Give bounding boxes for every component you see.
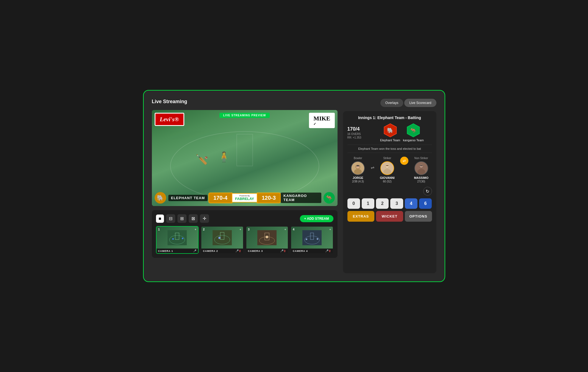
elephant-icon: 🐘 bbox=[155, 192, 166, 204]
kangaroo-team-logo: 🦘 kangaroo Team bbox=[403, 123, 424, 142]
camera-1-icons: 🎤 bbox=[193, 249, 196, 252]
rr-text: RR: +1.353 bbox=[347, 136, 369, 139]
elephant-team-logo: 🐘 Elephant Team bbox=[380, 123, 400, 142]
svg-point-6 bbox=[182, 238, 183, 239]
camera-thumb-2[interactable]: CAMERA 2 🎤🗑 2 + bbox=[201, 226, 244, 254]
fabrelay-text: FABRELAY bbox=[235, 197, 254, 201]
camera-preview-3 bbox=[246, 227, 288, 249]
player-silhouette-1: 🏏 bbox=[196, 154, 208, 165]
svg-point-26 bbox=[354, 169, 362, 174]
team1-name: ELEPHANT TEAM bbox=[168, 195, 208, 201]
players-row: Bowler JORGE 2/38 (4.3) bbox=[347, 157, 432, 183]
camera-3-plus: + bbox=[285, 228, 286, 231]
extras-button[interactable]: EXTRAS bbox=[347, 211, 375, 222]
layout-btn-multi[interactable]: ⊠ bbox=[189, 214, 198, 223]
team-left: 🐘 ELEPHANT TEAM bbox=[152, 192, 208, 204]
camera-3-icons: 🎤🗑 bbox=[280, 249, 286, 252]
camera-1-plus: + bbox=[195, 228, 196, 231]
camera-4-icons: 🎤🗑 bbox=[325, 249, 331, 252]
team-right: KANGAROO TEAM 🦘 bbox=[281, 192, 337, 204]
team2-name: KANGAROO TEAM bbox=[281, 193, 321, 203]
team1-score: 170-4 bbox=[208, 193, 232, 203]
layout-btn-split[interactable]: ⊟ bbox=[166, 214, 175, 223]
add-stream-button[interactable]: + ADD STREAM bbox=[300, 215, 333, 222]
camera-preview-1 bbox=[157, 227, 198, 249]
striker-role: Striker bbox=[377, 157, 398, 160]
options-button[interactable]: OPTIONS bbox=[405, 211, 432, 222]
camera-controls: ■ ⊟ ⊞ ⊠ ✛ + ADD STREAM bbox=[152, 210, 338, 258]
team-logos-row: 170/4 16 OVERS RR: +1.353 🐘 Elephant Tea… bbox=[347, 123, 432, 142]
camera-thumb-4[interactable]: CAMERA 4 🎤🗑 4 + bbox=[291, 226, 333, 254]
sponsor-levis: Levi's® bbox=[155, 113, 184, 126]
svg-point-19 bbox=[317, 238, 318, 240]
wicket-button[interactable]: WICKET bbox=[376, 211, 403, 222]
bowler-card: Bowler JORGE 2/38 (4.3) bbox=[347, 157, 369, 183]
refresh-row: ↻ bbox=[347, 187, 432, 196]
video-inner: LIVE STREAMING PREVIEW Levi's® MIKE ✓ 🏏 … bbox=[152, 110, 338, 206]
tab-overlays[interactable]: Overlays bbox=[380, 99, 403, 107]
powered-by-text: Powered By bbox=[235, 195, 254, 197]
svg-point-35 bbox=[420, 165, 423, 168]
camera-2-icons: 🎤🗑 bbox=[235, 249, 241, 252]
left-panel: Live Streaming LIVE STREAMING PREVIEW Le… bbox=[152, 99, 338, 273]
nonstriker-name: MASSIMO bbox=[411, 176, 432, 179]
layout-btn-plus[interactable]: ✛ bbox=[200, 214, 209, 223]
camera-4-plus: + bbox=[329, 228, 331, 231]
camera-2-footer: CAMERA 2 🎤🗑 bbox=[201, 249, 243, 253]
video-preview: LIVE STREAMING PREVIEW Levi's® MIKE ✓ 🏏 … bbox=[152, 110, 338, 206]
tab-live-scorecard[interactable]: Live Scorecard bbox=[404, 99, 436, 107]
score-btn-4[interactable]: 4 bbox=[405, 198, 417, 209]
svg-point-10 bbox=[218, 237, 221, 239]
bowler-avatar bbox=[351, 161, 365, 175]
camera-1-num: 1 bbox=[158, 228, 160, 231]
mike-text: MIKE bbox=[313, 115, 330, 122]
svg-rect-1 bbox=[237, 134, 253, 166]
svg-point-31 bbox=[386, 165, 389, 168]
layout-buttons: ■ ⊟ ⊞ ⊠ ✛ + ADD STREAM bbox=[156, 214, 333, 223]
svg-point-34 bbox=[417, 169, 425, 174]
svg-point-18 bbox=[306, 238, 307, 240]
camera-thumb-3[interactable]: CAMERA 3 🎤🗑 3 + bbox=[246, 226, 289, 254]
camera-4-num: 4 bbox=[293, 228, 294, 231]
live-score: 170/4 bbox=[347, 126, 369, 132]
player-silhouette-2: 🧍 bbox=[218, 151, 230, 163]
powered-box: Powered By FABRELAY bbox=[232, 193, 257, 202]
layout-btn-quad[interactable]: ⊞ bbox=[177, 214, 186, 223]
svg-point-5 bbox=[172, 238, 174, 240]
score-btn-3[interactable]: 3 bbox=[390, 198, 403, 209]
refresh-button[interactable]: ↻ bbox=[423, 187, 432, 196]
score-btn-0[interactable]: 0 bbox=[347, 198, 360, 209]
action-buttons: EXTRAS WICKET OPTIONS bbox=[347, 211, 432, 222]
camera-1-footer: CAMERA 1 🎤 bbox=[157, 249, 198, 253]
nonstriker-stats: 27(30) bbox=[411, 180, 432, 183]
top-section: Live Streaming LIVE STREAMING PREVIEW Le… bbox=[152, 99, 436, 273]
bowler-name: JORGE bbox=[347, 176, 369, 179]
camera-2-plus: + bbox=[239, 228, 241, 231]
svg-rect-15 bbox=[302, 230, 322, 245]
scorecard-panel: Innings 1: Elephant Team - Batting 170/4… bbox=[343, 111, 436, 273]
camera-1-label: CAMERA 1 bbox=[158, 250, 173, 252]
kangaroo-icon: 🦘 bbox=[324, 192, 335, 204]
kangaroo-team-label: kangaroo Team bbox=[403, 139, 424, 142]
camera-3-label: CAMERA 3 bbox=[248, 250, 263, 252]
number-buttons: 0 1 2 3 4 6 bbox=[347, 198, 432, 209]
layout-btn-single[interactable]: ■ bbox=[156, 215, 164, 223]
nonstriker-avatar bbox=[414, 161, 428, 175]
svg-point-14 bbox=[266, 236, 268, 238]
camera-2-num: 2 bbox=[203, 228, 205, 231]
main-container: Live Streaming LIVE STREAMING PREVIEW Le… bbox=[143, 90, 445, 282]
nonstriker-card: Non Striker MASSIMO 27(30) bbox=[411, 157, 432, 183]
score-btn-6[interactable]: 6 bbox=[419, 198, 432, 209]
swap-arrow-icon[interactable]: ⇄ bbox=[400, 157, 408, 165]
innings-title: Innings 1: Elephant Team - Batting bbox=[347, 115, 432, 120]
team2-score: 120-3 bbox=[257, 193, 281, 203]
score-btn-1[interactable]: 1 bbox=[362, 198, 374, 209]
camera-3-num: 3 bbox=[248, 228, 250, 231]
sponsor-mike: MIKE ✓ bbox=[309, 113, 335, 128]
score-btn-2[interactable]: 2 bbox=[376, 198, 389, 209]
score-buttons-section: 0 1 2 3 4 6 EXTRAS WICKET OPTIONS bbox=[347, 198, 432, 222]
camera-4-label: CAMERA 4 bbox=[293, 250, 308, 252]
camera-thumb-1[interactable]: CAMERA 1 🎤 1 + bbox=[156, 226, 199, 254]
toss-info: Elephant Team won the toss and elected t… bbox=[347, 145, 432, 153]
bowler-stats: 2/38 (4.3) bbox=[347, 180, 369, 183]
